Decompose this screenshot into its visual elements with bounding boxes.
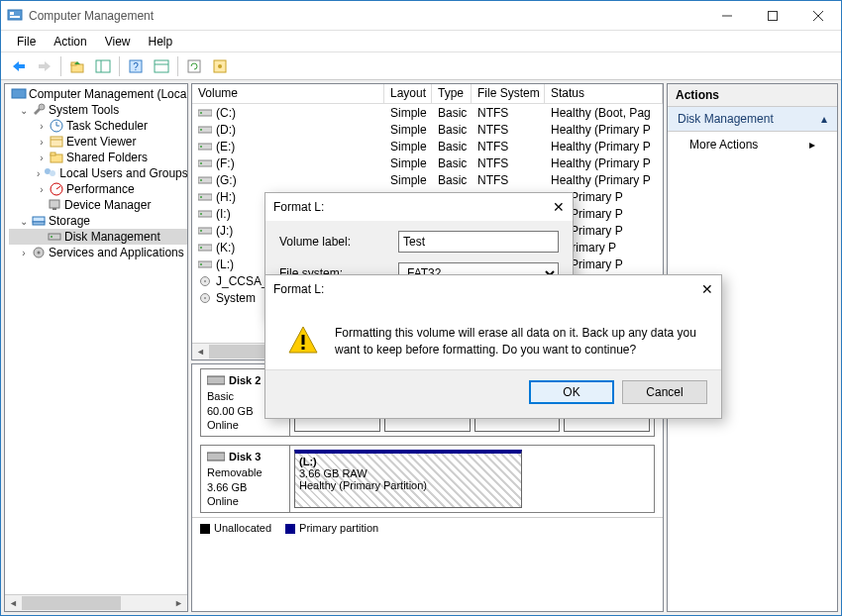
volume-label-input[interactable] [398,231,559,253]
table-row[interactable]: (E:)SimpleBasicNTFSHealthy (Primary P [192,138,663,154]
col-status[interactable]: Status [545,84,663,103]
svg-point-46 [200,146,202,148]
svg-rect-67 [302,335,305,345]
close-icon[interactable]: ✕ [553,199,565,215]
partition-l[interactable]: (L:) 3.66 GB RAW Healthy (Primary Partit… [294,450,522,508]
ok-button[interactable]: OK [529,380,614,404]
nav-tree-panel: Computer Management (Local ⌄ System Tool… [4,83,188,612]
svg-point-50 [200,179,202,181]
forward-button[interactable] [33,55,56,77]
cancel-button[interactable]: Cancel [622,380,707,404]
col-volume[interactable]: Volume [192,84,384,103]
actions-section[interactable]: Disk Management ▴ [668,107,837,132]
tree-local-users[interactable]: ›Local Users and Groups [9,165,187,181]
minimize-button[interactable] [704,1,750,30]
confirm-dialog-title[interactable]: Format L: ✕ [265,275,721,303]
tree-system-tools[interactable]: ⌄ System Tools [9,102,187,118]
expand-icon[interactable]: › [37,184,47,195]
close-button[interactable] [795,1,841,30]
users-icon [42,165,57,181]
computer-icon [11,86,27,102]
tree-label: Local Users and Groups [59,166,187,180]
expand-icon[interactable]: › [37,121,47,132]
tree-services[interactable]: ›Services and Applications [9,245,187,260]
chevron-right-icon: ▸ [809,138,815,152]
table-row[interactable]: (F:)SimpleBasicNTFSHealthy (Primary P [192,154,663,171]
svg-point-60 [200,263,202,265]
svg-rect-33 [50,200,59,208]
window-buttons [704,1,841,30]
tree-root[interactable]: Computer Management (Local [9,86,187,102]
tree-task-scheduler[interactable]: ›Task Scheduler [9,118,187,134]
svg-rect-34 [53,208,56,210]
clock-icon [49,118,64,134]
svg-rect-25 [51,137,62,147]
menu-action[interactable]: Action [46,33,94,51]
tree-storage[interactable]: ⌄Storage [9,213,187,229]
disk-row-disk3[interactable]: Disk 3 Removable 3.66 GB Online (L:) 3.6… [200,445,655,513]
tree-label: Shared Folders [66,151,148,164]
disk3-state: Online [207,494,283,508]
svg-rect-7 [18,64,25,68]
table-row[interactable]: (G:)SimpleBasicNTFSHealthy (Primary P [192,171,663,188]
tree-hscroll[interactable]: ◄ ► [5,594,187,611]
main-window: Computer Management File Action View Hel… [0,0,842,616]
collapse-icon[interactable]: ⌄ [19,105,29,116]
expand-icon[interactable]: › [37,168,40,179]
swatch-primary [285,524,295,534]
tree-performance[interactable]: ›Performance [9,181,187,197]
device-icon [47,197,62,213]
table-row[interactable]: (C:)SimpleBasicNTFSHealthy (Boot, Pag [192,104,663,121]
actions-more-label: More Actions [689,138,758,152]
event-icon [49,134,64,150]
close-icon[interactable]: ✕ [701,281,713,297]
help-button[interactable]: ? [124,55,148,77]
col-type[interactable]: Type [432,84,472,103]
disk3-label: Disk 3 Removable 3.66 GB Online [201,446,290,512]
scroll-left-icon[interactable]: ◄ [5,595,22,611]
disk-icon [47,229,62,245]
scrollbar-thumb[interactable] [22,596,121,610]
warning-icon [287,325,319,357]
disk2-name: Disk 2 [229,373,261,387]
disk-icon [207,451,225,462]
expand-icon[interactable]: › [19,248,29,258]
svg-point-58 [200,247,202,249]
menu-help[interactable]: Help [141,33,181,51]
svg-point-40 [38,252,41,255]
up-button[interactable] [65,55,89,77]
svg-text:?: ? [133,61,139,72]
col-filesystem[interactable]: File System [472,84,545,103]
refresh-button[interactable] [182,55,206,77]
svg-rect-28 [51,153,55,155]
table-row[interactable]: (D:)SimpleBasicNTFSHealthy (Primary P [192,121,663,138]
legend: Unallocated Primary partition [192,517,663,537]
tree-label: System Tools [49,103,119,117]
back-button[interactable] [7,55,31,77]
settings-button[interactable] [208,55,232,77]
tree-disk-management[interactable]: Disk Management [9,229,187,245]
show-hide-tree-button[interactable] [91,55,115,77]
scroll-left-icon[interactable]: ◄ [192,344,209,359]
menu-view[interactable]: View [97,33,139,51]
svg-point-21 [39,104,45,110]
disk-icon [207,374,225,386]
actions-more[interactable]: More Actions ▸ [668,132,837,157]
confirm-dialog-title-text: Format L: [273,282,324,296]
menu-file[interactable]: File [9,33,44,51]
svg-rect-15 [155,60,168,72]
expand-icon[interactable]: › [37,153,47,163]
properties-button[interactable] [150,55,173,77]
tree-device-manager[interactable]: Device Manager [9,197,187,213]
tree-shared-folders[interactable]: ›Shared Folders [9,150,187,165]
expand-icon[interactable]: › [37,137,47,148]
col-layout[interactable]: Layout [384,84,432,103]
scroll-right-icon[interactable]: ► [170,595,187,611]
collapse-icon[interactable]: ⌄ [19,216,29,227]
svg-rect-20 [12,89,26,98]
format-dialog-title[interactable]: Format L: ✕ [265,193,573,221]
confirm-dialog: Format L: ✕ Formatting this volume will … [264,274,722,419]
svg-point-56 [200,230,202,232]
maximize-button[interactable] [750,1,795,30]
tree-event-viewer[interactable]: ›Event Viewer [9,134,187,150]
